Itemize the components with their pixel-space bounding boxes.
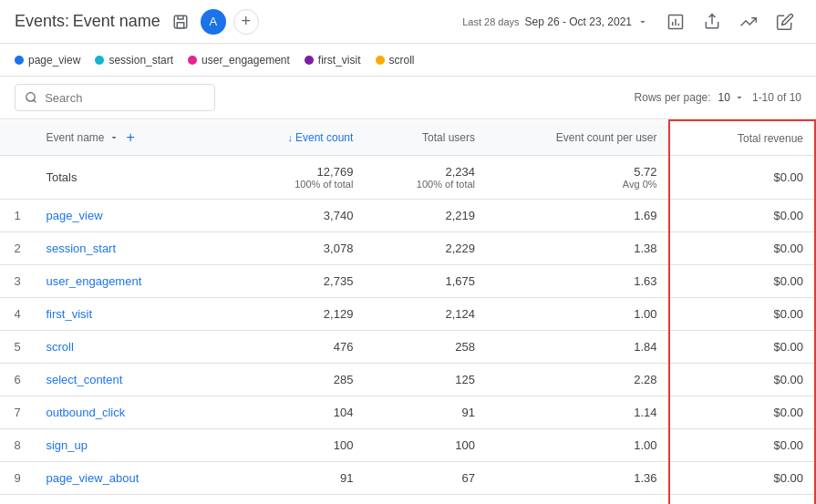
total-users-cell: 67 xyxy=(364,462,486,495)
legend-item-scroll[interactable]: scroll xyxy=(376,54,415,67)
trend-icon-button[interactable] xyxy=(732,5,765,38)
totals-total-revenue: $0.00 xyxy=(669,156,815,200)
toolbar: Rows per page: 10 1-10 of 10 xyxy=(0,77,816,119)
col-header-total-revenue[interactable]: Total revenue xyxy=(669,120,815,156)
row-num: 7 xyxy=(0,396,35,429)
row-num: 8 xyxy=(0,429,35,462)
table-row: 5 scroll 476 258 1.84 $0.00 xyxy=(0,331,815,364)
svg-line-4 xyxy=(34,100,36,103)
page-title: Events: Event name xyxy=(15,12,160,31)
event-name-cell[interactable]: user_engagement xyxy=(35,265,230,298)
event-count-per-user-cell: 1.00 xyxy=(486,429,669,462)
legend-item-user-engagement[interactable]: user_engagement xyxy=(188,54,290,67)
event-count-per-user-cell: 1.69 xyxy=(486,200,669,232)
edit-icon-button[interactable] xyxy=(769,5,801,38)
legend-item-session-start[interactable]: session_start xyxy=(95,54,173,67)
col-header-num xyxy=(0,120,35,156)
add-column-button[interactable]: + xyxy=(123,129,139,146)
col-header-event-count-per-user[interactable]: Event count per user xyxy=(486,120,669,156)
add-comparison-button[interactable]: + xyxy=(233,9,259,35)
total-users-cell: 23 xyxy=(364,495,486,505)
total-users-cell: 2,229 xyxy=(364,232,486,265)
col-header-event-count[interactable]: ↓ Event count xyxy=(230,120,364,156)
row-num: 4 xyxy=(0,298,35,331)
table-row: 7 outbound_click 104 91 1.14 $0.00 xyxy=(0,396,815,429)
total-users-cell: 100 xyxy=(364,429,486,462)
event-count-cell: 3,078 xyxy=(230,232,364,265)
save-report-icon[interactable] xyxy=(168,9,193,35)
event-count-cell: 476 xyxy=(230,331,364,364)
event-count-cell: 100 xyxy=(230,429,364,462)
table-row: 8 sign_up 100 100 1.00 $0.00 xyxy=(0,429,815,462)
event-count-per-user-cell: 2.28 xyxy=(486,364,669,396)
col-header-total-users[interactable]: Total users xyxy=(364,120,486,156)
totals-event-count-per-user: 5.72 Avg 0% xyxy=(486,156,669,200)
event-count-cell: 31 xyxy=(230,495,364,505)
total-revenue-cell: $0.00 xyxy=(669,495,815,505)
totals-event-count: 12,769 100% of total xyxy=(230,156,364,200)
event-count-cell: 104 xyxy=(230,396,364,429)
legend-dot-first-visit xyxy=(305,56,314,65)
total-users-cell: 125 xyxy=(364,364,486,396)
event-name-cell[interactable]: scroll xyxy=(35,331,230,364)
event-count-cell: 285 xyxy=(230,364,364,396)
row-num: 9 xyxy=(0,462,35,495)
total-revenue-cell: $0.00 xyxy=(669,364,815,396)
total-revenue-cell: $0.00 xyxy=(669,265,815,298)
total-revenue-cell: $0.00 xyxy=(669,462,815,495)
search-icon xyxy=(25,90,37,105)
data-table-container: Event name + ↓ Event count Total users E… xyxy=(0,119,816,504)
col-header-event-name[interactable]: Event name + xyxy=(35,120,230,156)
event-count-per-user-cell: 1.36 xyxy=(486,462,669,495)
event-name-cell[interactable]: select_content xyxy=(35,364,230,396)
table-header-row: Event name + ↓ Event count Total users E… xyxy=(0,120,815,156)
table-row: 2 session_start 3,078 2,229 1.38 $0.00 xyxy=(0,232,815,265)
row-num: 1 xyxy=(0,200,35,232)
event-name-cell[interactable]: first_visit xyxy=(35,298,230,331)
header-left: Events: Event name A + xyxy=(15,9,259,35)
legend-dot-page-view xyxy=(15,56,24,65)
event-name-cell[interactable]: view_search_results xyxy=(35,495,230,505)
report-icon-button[interactable] xyxy=(659,5,692,38)
event-count-per-user-cell: 1.63 xyxy=(486,265,669,298)
header: Events: Event name A + Last 28 days Sep … xyxy=(0,0,816,44)
event-name-cell[interactable]: page_view xyxy=(35,200,230,232)
legend-dot-user-engagement xyxy=(188,56,197,65)
row-num: 2 xyxy=(0,232,35,265)
total-users-cell: 91 xyxy=(364,396,486,429)
pagination-info: Rows per page: 10 1-10 of 10 xyxy=(635,91,801,104)
table-row: 9 page_view_about 91 67 1.36 $0.00 xyxy=(0,462,815,495)
table-row: 3 user_engagement 2,735 1,675 1.63 $0.00 xyxy=(0,265,815,298)
event-count-cell: 2,129 xyxy=(230,298,364,331)
legend-item-page-view[interactable]: page_view xyxy=(15,54,80,67)
date-range-picker[interactable]: Last 28 days Sep 26 - Oct 23, 2021 xyxy=(455,12,656,32)
search-box[interactable] xyxy=(15,84,215,111)
table-row: 1 page_view 3,740 2,219 1.69 $0.00 xyxy=(0,200,815,232)
share-icon-button[interactable] xyxy=(696,5,728,38)
search-input[interactable] xyxy=(45,91,205,105)
event-count-per-user-cell: 1.35 xyxy=(486,495,669,505)
table-row: 6 select_content 285 125 2.28 $0.00 xyxy=(0,364,815,396)
row-num: 5 xyxy=(0,331,35,364)
legend-dot-session-start xyxy=(95,56,104,65)
event-count-per-user-cell: 1.84 xyxy=(486,331,669,364)
legend-dot-scroll xyxy=(376,56,385,65)
event-name-cell[interactable]: page_view_about xyxy=(35,462,230,495)
rows-dropdown-icon xyxy=(734,92,745,103)
table-row: 10 view_search_results 31 23 1.35 $0.00 xyxy=(0,495,815,505)
event-name-cell[interactable]: session_start xyxy=(35,232,230,265)
row-num: 3 xyxy=(0,265,35,298)
row-num: 6 xyxy=(0,364,35,396)
total-users-cell: 1,675 xyxy=(364,265,486,298)
totals-total-users: 2,234 100% of total xyxy=(364,156,486,200)
event-name-cell[interactable]: outbound_click xyxy=(35,396,230,429)
event-count-per-user-cell: 1.14 xyxy=(486,396,669,429)
rows-per-page-select[interactable]: 10 xyxy=(718,91,745,104)
event-name-sort-icon xyxy=(108,132,119,143)
event-count-cell: 91 xyxy=(230,462,364,495)
total-revenue-cell: $0.00 xyxy=(669,429,815,462)
legend-item-first-visit[interactable]: first_visit xyxy=(305,54,361,67)
total-revenue-cell: $0.00 xyxy=(669,298,815,331)
avatar[interactable]: A xyxy=(201,9,226,35)
event-name-cell[interactable]: sign_up xyxy=(35,429,230,462)
